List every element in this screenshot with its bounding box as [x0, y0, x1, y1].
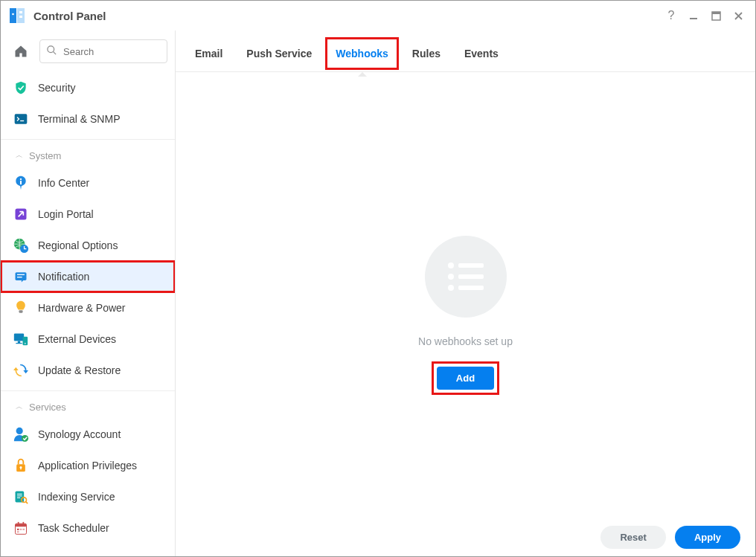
- tab-push-service[interactable]: Push Service: [245, 45, 313, 62]
- app-icon: [8, 7, 26, 25]
- apply-button[interactable]: Apply: [675, 526, 740, 549]
- empty-list-icon: [425, 236, 507, 318]
- svg-rect-18: [19, 310, 23, 312]
- svg-rect-9: [15, 114, 28, 123]
- svg-point-42: [448, 263, 454, 268]
- group-header-services[interactable]: ︿ Services: [1, 396, 175, 419]
- calendar-icon: [13, 520, 29, 536]
- main-panel: Email Push Service Webhooks Rules Events: [176, 30, 755, 556]
- sidebar-item-external-devices[interactable]: External Devices: [1, 323, 175, 355]
- tab-rules[interactable]: Rules: [411, 45, 442, 62]
- svg-rect-30: [17, 494, 22, 495]
- reset-button[interactable]: Reset: [600, 526, 665, 549]
- svg-rect-17: [17, 277, 22, 277]
- sidebar-item-task-scheduler[interactable]: Task Scheduler: [1, 512, 175, 544]
- devices-icon: [13, 331, 29, 347]
- svg-rect-31: [17, 495, 22, 496]
- svg-rect-19: [14, 334, 24, 341]
- svg-rect-37: [23, 522, 25, 525]
- sidebar-item-info-center[interactable]: Info Center: [1, 167, 175, 199]
- home-button[interactable]: [10, 40, 32, 62]
- globe-clock-icon: [13, 237, 29, 254]
- svg-point-4: [12, 13, 14, 16]
- sidebar-item-label: Regional Options: [38, 239, 118, 251]
- tab-webhooks[interactable]: Webhooks: [334, 45, 390, 62]
- svg-rect-29: [16, 492, 25, 503]
- svg-rect-5: [690, 18, 697, 19]
- svg-rect-32: [17, 498, 20, 498]
- sync-icon: [13, 362, 29, 379]
- tab-email[interactable]: Email: [193, 45, 224, 62]
- empty-message: No webhooks set up: [418, 335, 513, 347]
- close-button[interactable]: [727, 4, 749, 27]
- login-portal-icon: [13, 206, 29, 222]
- chevron-up-icon: ︿: [16, 150, 23, 161]
- group-header-system[interactable]: ︿ System: [1, 144, 175, 167]
- add-button[interactable]: Add: [437, 367, 494, 390]
- chevron-up-icon: ︿: [16, 402, 23, 412]
- sidebar-item-application-privileges[interactable]: Application Privileges: [1, 450, 175, 481]
- sidebar: Security Terminal & SNMP ︿ System: [1, 30, 176, 556]
- sidebar-item-label: Terminal & SNMP: [38, 113, 120, 125]
- sidebar-item-label: Security: [38, 82, 76, 94]
- svg-rect-0: [10, 8, 16, 23]
- highlight-marker: Add: [434, 364, 497, 393]
- sidebar-item-security[interactable]: Security: [1, 72, 175, 103]
- lock-icon: [13, 457, 29, 474]
- svg-rect-36: [18, 522, 19, 525]
- sidebar-item-label: Info Center: [38, 177, 89, 189]
- svg-rect-38: [17, 529, 19, 530]
- tab-events[interactable]: Events: [463, 45, 500, 62]
- sidebar-item-terminal-snmp[interactable]: Terminal & SNMP: [1, 103, 175, 135]
- svg-rect-2: [19, 11, 22, 13]
- active-indicator: [358, 72, 367, 77]
- sidebar-item-label: Login Portal: [38, 208, 94, 220]
- svg-point-25: [22, 435, 28, 442]
- svg-rect-45: [458, 274, 484, 279]
- svg-point-24: [16, 428, 23, 434]
- search-field[interactable]: [39, 39, 167, 63]
- group-header-label: System: [29, 150, 61, 161]
- sidebar-item-synology-account[interactable]: Synology Account: [1, 419, 175, 450]
- svg-rect-21: [16, 343, 22, 344]
- search-input[interactable]: [62, 45, 161, 58]
- window-title: Control Panel: [33, 10, 660, 22]
- svg-point-23: [25, 343, 26, 344]
- bulb-icon: [13, 300, 29, 316]
- footer: Reset Apply: [600, 526, 740, 549]
- svg-rect-7: [712, 12, 720, 14]
- tabs: Email Push Service Webhooks Rules Events: [176, 35, 755, 72]
- svg-rect-39: [20, 529, 22, 530]
- svg-point-46: [448, 285, 454, 291]
- titlebar: Control Panel ?: [1, 1, 755, 30]
- help-button[interactable]: ?: [660, 4, 682, 27]
- shield-icon: [13, 80, 29, 96]
- maximize-button[interactable]: [705, 4, 727, 27]
- sidebar-item-label: Application Privileges: [38, 460, 137, 471]
- sidebar-item-regional-options[interactable]: Regional Options: [1, 230, 175, 261]
- svg-rect-3: [19, 16, 22, 18]
- sidebar-item-label: Indexing Service: [38, 491, 115, 503]
- sidebar-scroll[interactable]: Security Terminal & SNMP ︿ System: [1, 72, 175, 556]
- sidebar-item-indexing-service[interactable]: Indexing Service: [1, 481, 175, 512]
- svg-rect-35: [16, 524, 27, 527]
- svg-rect-41: [17, 531, 19, 532]
- sidebar-item-label: External Devices: [38, 333, 116, 345]
- index-search-icon: [13, 489, 29, 505]
- svg-point-10: [20, 178, 22, 180]
- sidebar-item-notification[interactable]: Notification: [1, 261, 175, 292]
- sidebar-item-update-restore[interactable]: Update & Restore: [1, 355, 175, 386]
- minimize-button[interactable]: [682, 4, 705, 27]
- account-icon: [13, 426, 29, 442]
- content-area: No webhooks set up Add: [176, 72, 755, 556]
- sidebar-item-hardware-power[interactable]: Hardware & Power: [1, 292, 175, 323]
- search-icon: [46, 45, 57, 59]
- svg-point-8: [48, 45, 54, 52]
- svg-rect-28: [20, 468, 21, 470]
- sidebar-item-label: Task Scheduler: [38, 522, 109, 534]
- sidebar-item-login-portal[interactable]: Login Portal: [1, 199, 175, 230]
- svg-rect-47: [458, 286, 484, 290]
- svg-rect-20: [18, 341, 20, 344]
- info-icon: [13, 175, 29, 191]
- window: Control Panel ?: [0, 0, 756, 557]
